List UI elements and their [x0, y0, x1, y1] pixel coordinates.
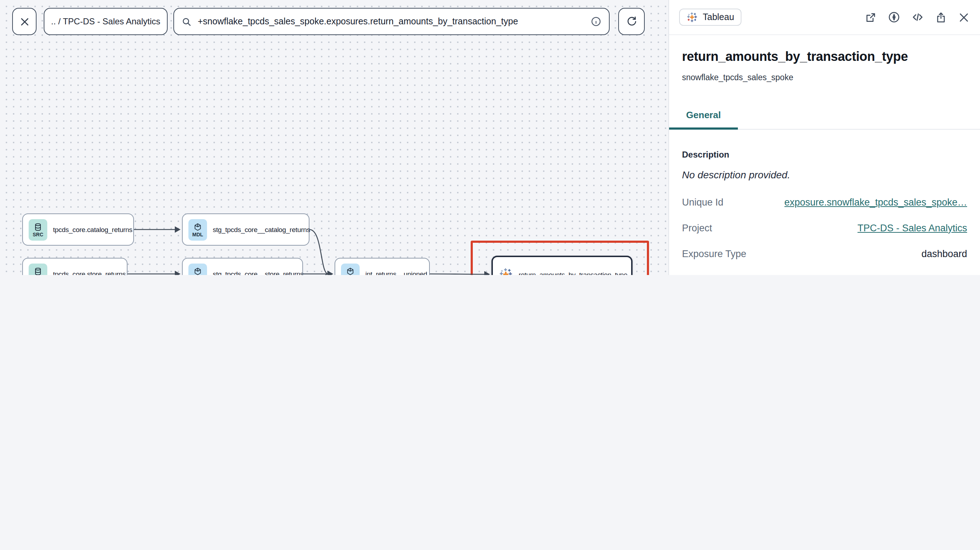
node-label: tpcds_core.store_returns — [53, 270, 126, 275]
tableau-badge-label: Tableau — [703, 12, 734, 22]
breadcrumb-label: .. / TPC-DS - Sales Analytics — [51, 16, 161, 27]
search-input[interactable] — [198, 16, 585, 27]
dag-node-source[interactable]: SRCtpcds_core.store_returns — [22, 258, 127, 275]
page-title: return_amounts_by_transaction_type — [669, 49, 980, 64]
model-badge: MDL — [188, 263, 207, 275]
panel-tabs: General — [669, 105, 980, 130]
tableau-badge: Tableau — [679, 9, 741, 26]
field-row: ProjectTPC-DS - Sales Analytics — [682, 215, 967, 241]
panel-fields: Unique Idexposure.snowflake_tpcds_sales_… — [682, 189, 967, 275]
node-label: int_returns__unioned — [365, 270, 427, 275]
database-icon — [34, 223, 42, 231]
field-value-link[interactable]: exposure.snowflake_tpcds_sales_spoke… — [784, 197, 967, 207]
field-label: Project — [682, 223, 712, 233]
field-value-link[interactable]: TPC-DS - Sales Analytics — [858, 223, 967, 233]
package-subtitle: snowflake_tpcds_sales_spoke — [669, 73, 980, 82]
share-icon[interactable] — [935, 11, 947, 23]
tableau-logo-icon — [686, 11, 698, 23]
tab-general[interactable]: General — [669, 105, 738, 130]
dag-node-exposure[interactable]: return_amounts_by_transaction_type — [492, 256, 633, 275]
panel-body: Description No description provided. Uni… — [669, 150, 980, 275]
tableau-logo-icon — [499, 267, 513, 275]
description-empty-text: No description provided. — [682, 169, 967, 180]
search-bar — [173, 8, 609, 35]
source-badge: SRC — [29, 219, 47, 240]
open-external-icon[interactable] — [865, 11, 877, 23]
info-icon[interactable] — [590, 16, 602, 27]
cube-icon — [193, 223, 202, 231]
details-panel: Tableau return_amounts_b — [668, 0, 980, 275]
refresh-icon — [626, 16, 637, 27]
panel-header-icons — [865, 11, 970, 24]
refresh-button[interactable] — [618, 8, 645, 35]
field-label: Exposure Type — [682, 248, 746, 259]
explore-compass-icon[interactable] — [888, 11, 900, 24]
field-value: dashboard — [921, 248, 967, 259]
dbt-explorer-lineage-view: SRCtpcds_core.catalog_returnsMDLstg_tpcd… — [0, 0, 980, 275]
panel-header: Tableau — [669, 0, 980, 35]
model-badge: MDL — [188, 219, 207, 240]
node-label: tpcds_core.catalog_returns — [53, 226, 132, 234]
field-row: Exposure Typedashboard — [682, 241, 967, 266]
field-row: Owner Emailpartner_engineering@dbtlabs.c… — [682, 266, 967, 275]
source-badge: SRC — [29, 263, 47, 275]
close-button[interactable] — [12, 8, 37, 35]
model-badge: MDL — [341, 263, 360, 275]
description-heading: Description — [682, 150, 967, 160]
cube-icon — [193, 267, 202, 275]
dag-node-model[interactable]: MDLstg_tpcds_core__catalog_returns — [182, 213, 309, 246]
cube-icon — [346, 267, 355, 275]
close-icon — [19, 16, 30, 27]
search-icon — [181, 16, 192, 27]
field-label: Unique Id — [682, 197, 724, 207]
dag-node-source[interactable]: SRCtpcds_core.catalog_returns — [22, 213, 134, 246]
close-panel-icon[interactable] — [958, 11, 970, 23]
field-label: Owner Email — [682, 274, 738, 275]
dag-node-model[interactable]: MDLint_returns__unioned — [334, 258, 430, 275]
database-icon — [34, 267, 42, 275]
node-label: return_amounts_by_transaction_type — [519, 270, 628, 275]
node-label: stg_tpcds_core__store_returns — [213, 270, 303, 275]
node-label: stg_tpcds_core__catalog_returns — [213, 226, 310, 234]
field-row: Unique Idexposure.snowflake_tpcds_sales_… — [682, 189, 967, 215]
breadcrumb[interactable]: .. / TPC-DS - Sales Analytics — [44, 8, 168, 35]
code-icon[interactable] — [911, 11, 924, 24]
dag-node-model[interactable]: MDLstg_tpcds_core__store_returns — [182, 258, 303, 275]
field-value: partner_engineering@dbtlabs.com — [818, 274, 967, 275]
